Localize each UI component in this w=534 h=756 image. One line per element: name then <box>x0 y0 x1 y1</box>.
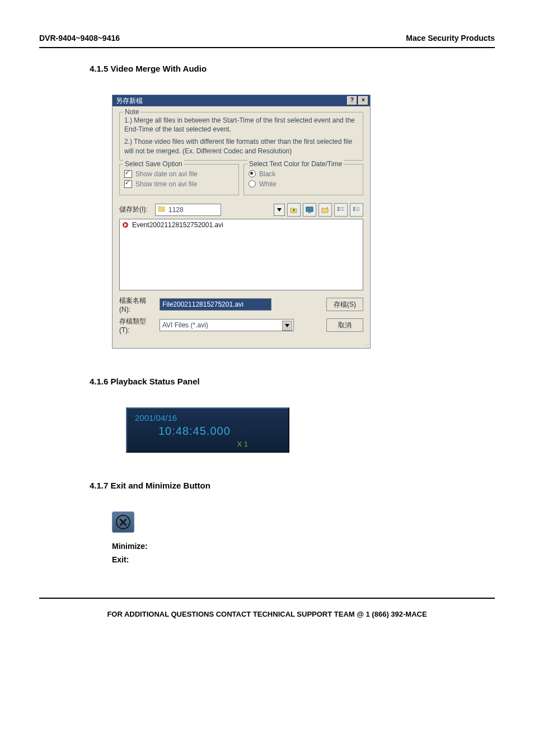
playback-time: 10:48:45.000 <box>158 425 282 438</box>
text-color-label: Select Text Color for Date/Time <box>247 160 344 168</box>
svg-rect-0 <box>306 207 313 212</box>
minimize-label: Minimize: <box>112 542 495 551</box>
save-in-label: 儲存於(I): <box>119 205 152 214</box>
save-button[interactable]: 存檔(S) <box>326 298 363 311</box>
color-white-radio[interactable] <box>249 180 256 187</box>
svg-rect-7 <box>353 207 355 209</box>
playback-speed: X 1 <box>135 440 248 448</box>
svg-rect-9 <box>353 209 355 211</box>
save-in-dropdown[interactable] <box>274 204 285 216</box>
note-group: Note 1.) Merge all files in between the … <box>119 112 363 161</box>
filetype-label: 存檔類型(T): <box>119 317 154 334</box>
header-divider <box>39 47 495 48</box>
header-left: DVR-9404~9408~9416 <box>39 34 120 43</box>
section-415-title: 4.1.5 Video Merge With Audio <box>90 64 495 73</box>
svg-rect-3 <box>338 207 339 209</box>
show-date-label: Show date on avi file <box>135 170 198 178</box>
playback-date: 2001/04/16 <box>135 413 282 422</box>
new-folder-icon[interactable]: * <box>318 203 332 217</box>
playback-status-panel: 2001/04/16 10:48:45.000 X 1 <box>126 407 289 453</box>
folder-name: 1128 <box>168 206 184 214</box>
color-white-label: White <box>259 180 277 188</box>
save-in-folder[interactable]: 1128 <box>155 204 221 216</box>
svg-rect-10 <box>355 209 360 211</box>
dialog-title: 另存新檔 <box>116 96 143 106</box>
section-416-title: 4.1.6 Playback Status Panel <box>90 377 495 386</box>
dialog-titlebar: 另存新檔 ? × <box>113 95 370 106</box>
note-group-label: Note <box>123 108 140 116</box>
text-color-group: Select Text Color for Date/Time Black Wh… <box>243 164 363 195</box>
video-file-icon <box>122 222 130 228</box>
svg-rect-4 <box>338 209 339 211</box>
note-line2: 2.) Those video files with different fil… <box>124 137 358 155</box>
svg-text:*: * <box>326 206 328 210</box>
folder-icon <box>158 205 166 214</box>
filename-label: 檔案名稱(N): <box>119 296 154 313</box>
section-417-title: 4.1.7 Exit and Minimize Button <box>90 481 495 490</box>
cancel-button[interactable]: 取消 <box>326 318 363 332</box>
close-icon <box>116 515 130 529</box>
file-item[interactable]: Event20021128152752001.avi <box>122 221 360 229</box>
show-date-checkbox[interactable] <box>124 170 132 178</box>
filename-input[interactable]: File2002112815275201.avi <box>160 298 271 311</box>
exit-label: Exit: <box>112 555 495 564</box>
footer-divider <box>39 598 495 599</box>
list-view-icon[interactable] <box>334 203 348 217</box>
header-right: Mace Security Products <box>406 34 495 43</box>
filetype-value: AVI Files (*.avi) <box>162 321 208 329</box>
show-time-checkbox[interactable] <box>124 180 132 188</box>
save-as-dialog: 另存新檔 ? × Note 1.) Merge all files in bet… <box>112 95 371 349</box>
filetype-select[interactable]: AVI Files (*.avi) <box>160 319 294 331</box>
help-button[interactable]: ? <box>347 96 357 105</box>
exit-minimize-button[interactable] <box>112 511 134 533</box>
chevron-down-icon <box>282 321 292 331</box>
detail-view-icon[interactable] <box>350 203 363 217</box>
save-option-label: Select Save Option <box>123 160 184 168</box>
file-list[interactable]: Event20021128152752001.avi <box>119 219 363 290</box>
svg-rect-1 <box>308 212 311 213</box>
svg-rect-5 <box>340 208 344 208</box>
up-folder-icon[interactable] <box>287 203 301 217</box>
color-black-radio[interactable] <box>249 170 256 177</box>
footer-text: FOR ADDITIONAL QUESTIONS CONTACT TECHNIC… <box>39 610 495 618</box>
resize-grip[interactable]: ⋰ <box>113 345 370 349</box>
desktop-icon[interactable] <box>303 203 316 217</box>
save-option-group: Select Save Option Show date on avi file… <box>119 164 239 195</box>
svg-rect-6 <box>340 210 344 210</box>
svg-rect-8 <box>355 207 360 209</box>
file-name: Event20021128152752001.avi <box>132 221 223 229</box>
color-black-label: Black <box>259 170 275 178</box>
note-line1: 1.) Merge all files in between the Start… <box>124 116 358 134</box>
close-button[interactable]: × <box>358 96 368 105</box>
show-time-label: Show time on avi file <box>135 180 197 188</box>
